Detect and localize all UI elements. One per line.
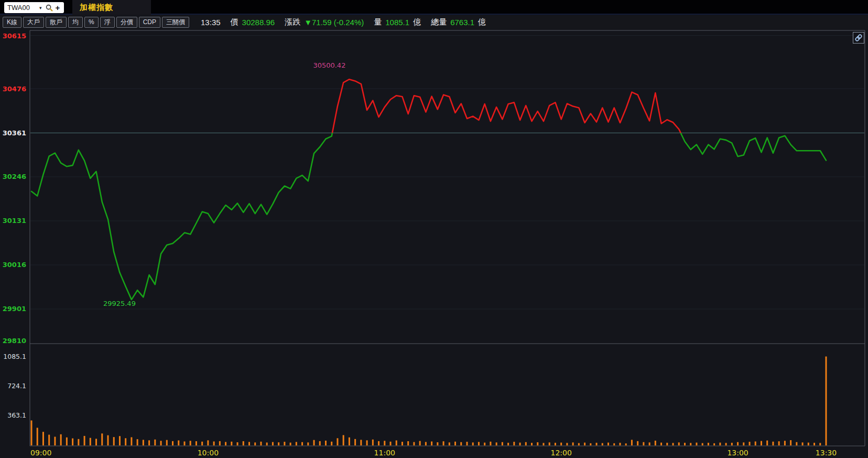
volume-bar bbox=[549, 442, 550, 445]
price-value: 30288.96 bbox=[242, 18, 275, 27]
volume-bar bbox=[472, 442, 474, 445]
volume-bar bbox=[772, 442, 774, 445]
volume-bar bbox=[496, 442, 497, 445]
tab-weighted-index[interactable]: 加權指數 bbox=[72, 0, 151, 15]
volume-bar bbox=[819, 443, 821, 445]
x-axis-label: 13:30 bbox=[816, 449, 837, 457]
volume-bar bbox=[660, 443, 662, 445]
volume-bar bbox=[513, 442, 515, 445]
chart-mode-buttons: K線大戶散戶均%浮分價CDP三關價 bbox=[3, 17, 189, 28]
total-volume-unit: 億 bbox=[478, 17, 486, 27]
volume-bar bbox=[337, 438, 338, 445]
volume-bar bbox=[196, 441, 197, 445]
price-label: 價 bbox=[231, 17, 238, 27]
volume-bar bbox=[154, 440, 156, 445]
volume-bar bbox=[172, 441, 173, 445]
trading-app-window: ▾ + 加權指數 K線大戶散戶均%浮分價CDP三關價 13:35 價 30288… bbox=[0, 0, 868, 458]
volume-bar bbox=[72, 439, 73, 445]
toolbar-button-3[interactable]: 均 bbox=[68, 17, 83, 28]
volume-bar bbox=[78, 439, 79, 445]
quote-status-bar: 13:35 價 30288.96 漲跌 ▼71.59 (-0.24%) 量 10… bbox=[201, 17, 490, 27]
volume-bar bbox=[231, 442, 232, 445]
volume-bar bbox=[313, 440, 315, 445]
volume-bar bbox=[602, 443, 603, 445]
volume-bar bbox=[396, 440, 397, 445]
volume-bar bbox=[560, 443, 562, 445]
volume-bar bbox=[466, 442, 468, 445]
dropdown-caret-icon[interactable]: ▾ bbox=[39, 5, 42, 10]
price-axis-label: 30361 bbox=[3, 129, 26, 137]
price-axis-label: 30476 bbox=[3, 85, 26, 93]
volume-label: 量 bbox=[374, 17, 382, 27]
toolbar-button-2[interactable]: 散戶 bbox=[46, 17, 67, 28]
volume-bar bbox=[796, 442, 797, 445]
volume-bar bbox=[166, 440, 168, 445]
volume-bar bbox=[542, 443, 544, 445]
low-annotation: 29925.49 bbox=[103, 300, 136, 307]
volume-bar bbox=[631, 440, 633, 445]
volume-bar bbox=[484, 443, 485, 445]
link-button[interactable] bbox=[853, 32, 864, 44]
volume-bar bbox=[343, 435, 344, 445]
toolbar-row: K線大戶散戶均%浮分價CDP三關價 13:35 價 30288.96 漲跌 ▼7… bbox=[0, 16, 868, 29]
volume-bar bbox=[637, 441, 638, 445]
volume-bar bbox=[37, 428, 38, 445]
price-axis-label: 29901 bbox=[3, 305, 26, 313]
price-line-below-prev-close bbox=[31, 79, 826, 300]
volume-bar bbox=[519, 443, 521, 445]
volume-bar bbox=[360, 440, 362, 445]
volume-bar bbox=[213, 441, 215, 445]
intraday-chart[interactable]: 3061530476303613024630131300162990129810… bbox=[0, 29, 868, 458]
volume-bar bbox=[207, 440, 209, 445]
volume-bar bbox=[160, 441, 162, 445]
volume-bar bbox=[301, 442, 303, 445]
volume-bar bbox=[325, 441, 327, 445]
volume-bar bbox=[502, 442, 503, 445]
volume-bar bbox=[201, 442, 203, 445]
volume-bar bbox=[137, 439, 138, 445]
volume-bar bbox=[125, 438, 126, 445]
volume-bar bbox=[131, 437, 132, 445]
volume-bar bbox=[60, 434, 62, 445]
price-axis-label: 30131 bbox=[3, 217, 26, 225]
volume-bar bbox=[248, 442, 250, 445]
volume-bar bbox=[266, 442, 268, 445]
toolbar-button-7[interactable]: CDP bbox=[139, 17, 160, 28]
volume-bar bbox=[478, 442, 480, 445]
volume-bar bbox=[119, 436, 121, 445]
toolbar-button-8[interactable]: 三關價 bbox=[162, 17, 189, 28]
toolbar-button-5[interactable]: 浮 bbox=[100, 17, 115, 28]
volume-bar bbox=[278, 442, 279, 445]
volume-bar bbox=[572, 442, 574, 445]
volume-bar bbox=[525, 442, 527, 445]
price-axis-label: 29810 bbox=[3, 337, 26, 345]
volume-axis-label: 724.1 bbox=[7, 382, 26, 390]
volume-bar bbox=[254, 442, 256, 445]
symbol-input[interactable] bbox=[7, 4, 35, 12]
volume-bar bbox=[666, 443, 668, 445]
high-annotation: 30500.42 bbox=[313, 61, 345, 69]
volume-bar bbox=[749, 442, 751, 445]
symbol-combobox[interactable]: ▾ + bbox=[4, 2, 64, 13]
toolbar-button-6[interactable]: 分價 bbox=[116, 17, 137, 28]
x-axis-label: 10:00 bbox=[198, 449, 219, 457]
volume-bar bbox=[101, 433, 103, 445]
toolbar-button-4[interactable]: % bbox=[84, 17, 99, 28]
volume-bar bbox=[243, 441, 244, 445]
volume-bar bbox=[713, 443, 715, 445]
volume-bar bbox=[449, 442, 450, 445]
volume-bar bbox=[731, 443, 733, 445]
volume-bar bbox=[95, 439, 97, 445]
toolbar-button-0[interactable]: K線 bbox=[3, 17, 21, 28]
search-icon[interactable] bbox=[46, 4, 53, 12]
volume-bar bbox=[349, 438, 350, 445]
volume-bar bbox=[607, 443, 609, 445]
toolbar-button-1[interactable]: 大戶 bbox=[23, 17, 44, 28]
volume-bar bbox=[737, 442, 739, 445]
volume-value: 1085.1 bbox=[385, 18, 409, 27]
add-symbol-icon[interactable]: + bbox=[56, 3, 60, 12]
volume-bar bbox=[790, 440, 791, 445]
volume-bar bbox=[655, 441, 656, 445]
volume-bar bbox=[437, 442, 438, 445]
total-volume-label: 總量 bbox=[431, 17, 447, 27]
